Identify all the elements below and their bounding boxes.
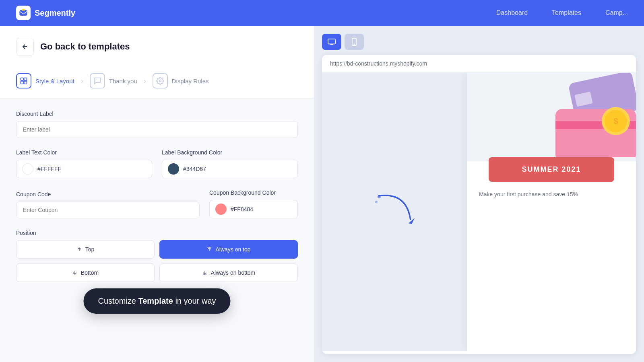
position-always-top-label: Always on top <box>215 246 250 253</box>
preview-browser: https://bd-constructions.myshopify.com <box>322 55 636 354</box>
step-icon-1 <box>16 73 31 88</box>
discount-label-text: Discount Label <box>16 111 298 117</box>
position-always-top-btn[interactable]: Always on top <box>159 240 298 259</box>
logo-text: Segmently <box>35 8 75 18</box>
svg-point-14 <box>375 201 378 203</box>
back-title: Go back to templates <box>40 41 130 52</box>
preview-toolbar <box>322 34 636 50</box>
position-bottom-label: Bottom <box>81 269 99 276</box>
preview-arrow-svg <box>370 188 419 236</box>
svg-rect-9 <box>328 39 335 44</box>
step-arrow-1: › <box>81 77 83 85</box>
header: Segmently Dashboard Templates Camp... <box>0 0 644 26</box>
svg-rect-0 <box>20 10 27 16</box>
preview-save-section: Make your first purchase and save 15% <box>467 182 636 207</box>
form-area: Discount Label Label Text Color #FFFFFF … <box>0 99 314 355</box>
label-bg-color-swatch <box>168 163 179 175</box>
label-text-color-swatch <box>22 163 33 175</box>
coupon-bg-color-value: #FF8484 <box>231 206 253 212</box>
preview-save-text: Make your first purchase and save 15% <box>479 191 578 197</box>
label-bg-color-label: Label Background Color <box>162 149 298 156</box>
position-bottom-btn[interactable]: Bottom <box>16 263 155 282</box>
main-layout: Go back to templates Style & Layout › <box>0 26 644 362</box>
svg-point-13 <box>378 195 381 198</box>
coupon-bg-color-group: Coupon Background Color #FF8484 <box>209 189 298 218</box>
nav-templates[interactable]: Templates <box>552 9 581 16</box>
preview-content: $ SUMMER 2021 Make your first purchase a… <box>322 73 636 351</box>
step-icon-2 <box>90 73 105 88</box>
preview-summer-box: SUMMER 2021 <box>489 157 614 182</box>
preview-summer-text: SUMMER 2021 <box>522 165 581 173</box>
preview-address-bar: https://bd-constructions.myshopify.com <box>322 55 636 73</box>
logo-icon <box>16 6 31 20</box>
label-bg-color-group: Label Background Color #344D67 <box>162 149 298 178</box>
discount-label-group: Discount Label <box>16 111 298 138</box>
step-style-layout[interactable]: Style & Layout <box>16 73 74 88</box>
header-nav: Dashboard Templates Camp... <box>496 9 628 16</box>
svg-rect-4 <box>21 81 24 84</box>
coupon-bg-color-swatch <box>215 204 227 215</box>
svg-marker-12 <box>409 218 415 224</box>
label-bg-color-swatch-wrap[interactable]: #344D67 <box>162 160 298 178</box>
position-top-label: Top <box>85 246 95 253</box>
label-bg-color-value: #344D67 <box>183 166 206 172</box>
position-section: Position Top Always on top <box>16 230 298 282</box>
preview-mobile-btn[interactable] <box>345 34 364 50</box>
preview-desktop-btn[interactable] <box>322 34 341 50</box>
position-always-bottom-label: Always on bottom <box>211 269 256 276</box>
logo: Segmently <box>16 6 75 20</box>
tooltip-text-start: Customize <box>98 296 138 305</box>
nav-camp[interactable]: Camp... <box>605 9 628 16</box>
position-always-bottom-btn[interactable]: Always on bottom <box>159 263 298 282</box>
discount-label-input[interactable] <box>16 121 298 138</box>
step-label-2: Thank you <box>109 78 137 84</box>
position-grid: Top Always on top Bottom <box>16 240 298 282</box>
preview-card: $ SUMMER 2021 Make your first purchase a… <box>467 73 636 351</box>
svg-rect-5 <box>24 81 27 84</box>
tooltip-text-bold: Template <box>138 296 173 305</box>
svg-point-6 <box>159 80 161 82</box>
svg-point-11 <box>354 44 355 45</box>
coupon-bg-color-swatch-wrap[interactable]: #FF8484 <box>209 200 298 218</box>
step-label-1: Style & Layout <box>35 78 74 84</box>
step-arrow-2: › <box>144 77 146 85</box>
nav-dashboard[interactable]: Dashboard <box>496 9 528 16</box>
preview-card-illustration: $ <box>467 73 636 161</box>
back-area: Go back to templates <box>0 26 314 64</box>
svg-rect-1 <box>22 9 25 11</box>
preview-summer-section: SUMMER 2021 <box>467 157 636 182</box>
steps-area: Style & Layout › Thank you › <box>0 64 314 99</box>
coupon-code-group: Coupon Code <box>16 191 200 218</box>
label-text-color-swatch-wrap[interactable]: #FFFFFF <box>16 160 152 178</box>
svg-rect-3 <box>24 78 27 81</box>
color-row: Label Text Color #FFFFFF Label Backgroun… <box>16 149 298 178</box>
preview-card-svg: $ <box>523 73 636 157</box>
coupon-code-label: Coupon Code <box>16 191 200 197</box>
coupon-row: Coupon Code Coupon Background Color #FF8… <box>16 189 298 218</box>
coupon-code-input[interactable] <box>16 202 200 218</box>
coupon-bg-color-label: Coupon Background Color <box>209 189 298 196</box>
step-icon-3 <box>153 73 168 88</box>
left-panel: Go back to templates Style & Layout › <box>0 26 314 362</box>
position-label: Position <box>16 230 298 236</box>
tooltip-text-end: in your way <box>173 296 216 305</box>
step-display-rules[interactable]: Display Rules <box>153 73 209 88</box>
tooltip-overlay: Customize Template in your way <box>83 288 230 314</box>
back-button[interactable] <box>16 38 34 56</box>
position-top-btn[interactable]: Top <box>16 240 155 259</box>
preview-address-text: https://bd-constructions.myshopify.com <box>330 60 427 67</box>
label-text-color-group: Label Text Color #FFFFFF <box>16 149 152 178</box>
right-panel: https://bd-constructions.myshopify.com <box>314 26 644 362</box>
preview-illustration-area <box>322 73 467 351</box>
step-thank-you[interactable]: Thank you <box>90 73 137 88</box>
svg-text:$: $ <box>613 117 618 125</box>
label-text-color-label: Label Text Color <box>16 149 152 156</box>
svg-rect-2 <box>21 78 24 81</box>
step-label-3: Display Rules <box>172 78 209 84</box>
label-text-color-value: #FFFFFF <box>37 166 61 172</box>
